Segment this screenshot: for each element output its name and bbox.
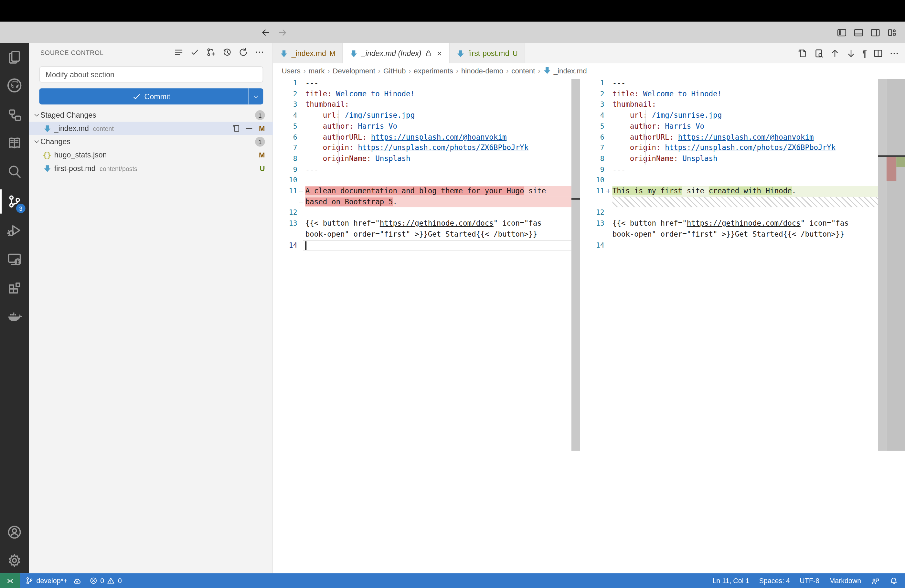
code-row[interactable]: 2title: Welcome to Hinode! (273, 89, 572, 99)
breadcrumb-item-users[interactable]: Users (281, 67, 300, 75)
view-as-list-icon[interactable] (173, 47, 184, 57)
code-row[interactable]: 3thumbnail: (273, 100, 572, 110)
commit-button[interactable]: Commit (39, 88, 263, 105)
code-row[interactable]: 1--- (580, 78, 878, 89)
breadcrumb-item-_index.md[interactable]: _index.md (543, 66, 587, 75)
left-scrollbar[interactable] (572, 79, 580, 451)
refresh-icon[interactable] (238, 47, 248, 57)
tab--index-md-index-[interactable]: _index.md (Index)× (343, 43, 449, 64)
code-row[interactable]: 7 origin: https://unsplash.com/photos/ZX… (273, 143, 572, 153)
breadcrumb-item-mark[interactable]: mark (309, 67, 325, 75)
indentation-status[interactable]: Spaces: 4 (759, 577, 790, 585)
breadcrumb-item-hinode-demo[interactable]: hinode-demo (461, 67, 503, 75)
code-row[interactable]: 4 url: /img/sunrise.jpg (273, 110, 572, 121)
code-row[interactable]: 9--- (273, 164, 572, 175)
prev-change-icon[interactable] (830, 48, 840, 58)
remote-indicator[interactable] (0, 573, 20, 588)
activity-item-settings[interactable] (0, 547, 29, 574)
more-icon[interactable] (889, 48, 899, 58)
commit-message-input[interactable] (39, 66, 263, 83)
file-row-first-post.md[interactable]: first-post.mdcontent/postsU (29, 162, 273, 175)
more-icon[interactable] (254, 47, 264, 57)
section-header-changes[interactable]: Changes1 (29, 135, 273, 148)
code-row[interactable]: 10 (580, 175, 878, 186)
pilcrow-icon[interactable]: ¶ (862, 49, 867, 58)
code-row[interactable]: 8 originName: Unsplash (580, 154, 878, 164)
breadcrumb-item-content[interactable]: content (511, 67, 535, 75)
code-row[interactable]: 7 origin: https://unsplash.com/photos/ZX… (580, 143, 878, 153)
code-row[interactable]: 2title: Welcome to Hinode! (580, 89, 878, 99)
code-row[interactable]: 8 originName: Unsplash (273, 154, 572, 164)
commit-dropdown-button[interactable] (248, 88, 263, 105)
code-row[interactable]: 5 author: Harris Vo (580, 121, 878, 132)
diff-modified-pane[interactable]: 1---2title: Welcome to Hinode!3thumbnail… (580, 78, 878, 573)
diff-editor[interactable]: 1---2title: Welcome to Hinode!3thumbnail… (273, 78, 905, 573)
activity-item-book[interactable] (0, 130, 29, 156)
activity-item-debug[interactable] (0, 217, 29, 243)
section-header-staged-changes[interactable]: Staged Changes1 (29, 109, 273, 122)
next-change-icon[interactable] (846, 48, 856, 58)
code-row[interactable]: 12 (580, 208, 878, 218)
file-row-hugo_stats.json[interactable]: {}hugo_stats.jsonM (29, 148, 273, 162)
code-row[interactable]: book-open" order="first" >}}Get Started{… (580, 229, 878, 240)
unstage-minus-icon[interactable] (245, 124, 253, 133)
breadcrumb[interactable]: Users›mark›Development›GitHub›experiment… (273, 64, 905, 78)
activity-item-extensions[interactable] (0, 274, 29, 300)
activity-item-hierarchy[interactable] (0, 102, 29, 128)
language-mode[interactable]: Markdown (829, 577, 861, 585)
close-icon[interactable]: × (437, 48, 442, 58)
activity-item-explorer[interactable] (0, 44, 29, 70)
feedback-icon[interactable] (871, 576, 880, 585)
activity-item-github[interactable] (0, 72, 29, 99)
branch-status[interactable]: develop*+ (25, 576, 81, 585)
tab-first-post-md[interactable]: first-post.mdU (449, 43, 525, 64)
code-row[interactable]: book-open" order="first" >}}Get Started{… (273, 229, 572, 240)
open-file-icon[interactable] (232, 124, 241, 133)
open-file-action-icon[interactable] (798, 48, 807, 58)
activity-item-remote-explorer[interactable] (0, 246, 29, 272)
code-row[interactable]: −based on Bootstrap 5. (273, 197, 572, 207)
encoding-status[interactable]: UTF-8 (800, 577, 819, 585)
problems-status[interactable]: 0 0 (89, 577, 122, 585)
activity-item-source-control[interactable]: 3 (0, 188, 29, 215)
code-row[interactable] (580, 197, 878, 207)
back-icon[interactable] (261, 28, 270, 38)
code-row[interactable]: 11+This is my first site created with Hi… (580, 186, 878, 197)
activity-item-search[interactable] (0, 158, 29, 184)
code-row[interactable]: 3thumbnail: (580, 100, 878, 110)
layout-sidebar-right-icon[interactable] (870, 28, 880, 38)
tab--index-md[interactable]: _index.mdM (273, 43, 343, 64)
forward-icon[interactable] (278, 28, 287, 38)
code-row[interactable]: 14 (273, 240, 572, 251)
commit-check-icon[interactable] (189, 47, 200, 57)
layout-customize-icon[interactable] (887, 28, 897, 38)
code-row[interactable]: 13{{< button href="https://gethinode.com… (580, 218, 878, 229)
code-row[interactable]: 10 (273, 175, 572, 186)
code-row[interactable]: 6 authorURL: https://unsplash.com/@hoanv… (580, 132, 878, 143)
compare-icon[interactable] (814, 48, 824, 58)
bell-icon[interactable] (889, 576, 898, 585)
graph-plus-icon[interactable] (206, 47, 216, 57)
diff-original-pane[interactable]: 1---2title: Welcome to Hinode!3thumbnail… (273, 78, 572, 573)
code-row[interactable]: 14 (580, 240, 878, 251)
right-scrollbar[interactable] (878, 79, 887, 451)
layout-panel-icon[interactable] (854, 28, 863, 38)
code-row[interactable]: 4 url: /img/sunrise.jpg (580, 110, 878, 121)
breadcrumb-item-development[interactable]: Development (333, 67, 375, 75)
code-row[interactable]: 13{{< button href="https://gethinode.com… (273, 218, 572, 229)
activity-item-account[interactable] (0, 519, 29, 545)
layout-sidebar-left-icon[interactable] (837, 28, 846, 38)
code-row[interactable]: 9--- (580, 164, 878, 175)
file-row-_index.md[interactable]: _index.mdcontentM (29, 122, 273, 135)
history-icon[interactable] (222, 47, 232, 57)
code-row[interactable]: 6 authorURL: https://unsplash.com/@hoanv… (273, 132, 572, 143)
activity-item-docker[interactable] (0, 303, 29, 329)
split-editor-icon[interactable] (873, 48, 883, 58)
code-row[interactable]: 11−A clean documentation and blog theme … (273, 186, 572, 197)
code-row[interactable]: 12 (273, 208, 572, 218)
cursor-position[interactable]: Ln 11, Col 1 (712, 577, 749, 585)
code-row[interactable]: 1--- (273, 78, 572, 89)
breadcrumb-item-experiments[interactable]: experiments (414, 67, 453, 75)
breadcrumb-item-github[interactable]: GitHub (383, 67, 406, 75)
code-row[interactable]: 5 author: Harris Vo (273, 121, 572, 132)
